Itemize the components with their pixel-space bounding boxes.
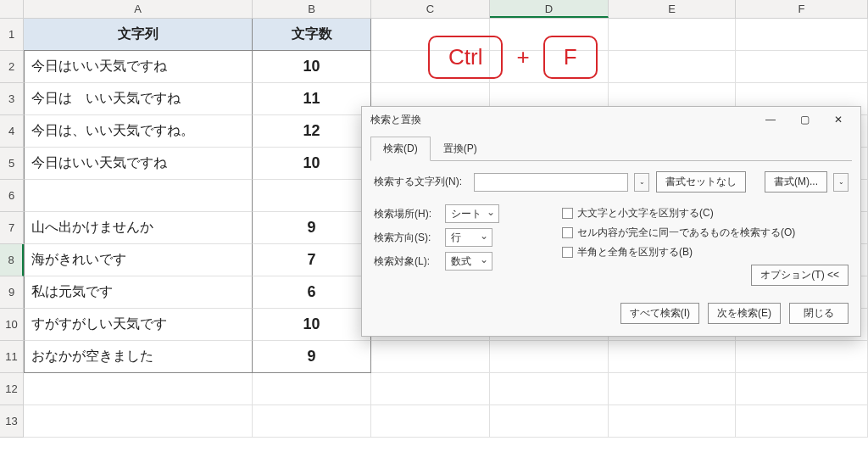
key-f: F [543,36,598,79]
minimize-button[interactable]: ― [754,108,787,131]
cell[interactable] [736,51,868,83]
dialog-tabs: 検索(D) 置換(P) [362,132,860,160]
cell[interactable]: 9 [253,212,371,244]
row-header[interactable]: 5 [0,148,24,180]
format-none-button[interactable]: 書式セットなし [656,171,746,193]
cell[interactable]: 9 [253,341,371,373]
cell[interactable]: 10 [253,148,371,180]
cell[interactable]: 私は元気です [24,276,253,309]
width-label: 半角と全角を区別する(B) [577,245,693,259]
row-header[interactable]: 2 [0,51,24,83]
dialog-titlebar[interactable]: 検索と置換 ― ▢ ✕ [362,107,860,132]
row-header[interactable]: 4 [0,115,24,148]
target-select[interactable]: 数式 [445,252,492,271]
column-header-f[interactable]: F [736,0,868,18]
cell[interactable]: おなかが空きました [24,341,253,373]
column-header-b[interactable]: B [253,0,371,18]
find-next-button[interactable]: 次を検索(E) [708,303,781,324]
row-header[interactable]: 13 [0,405,24,438]
row-header[interactable]: 12 [0,373,24,405]
cell[interactable] [736,373,868,405]
cell[interactable]: 10 [253,51,371,83]
column-header-a[interactable]: A [24,0,253,18]
cell[interactable] [253,405,371,438]
column-header-e[interactable]: E [609,0,736,18]
close-button[interactable]: 閉じる [789,303,849,324]
row-header[interactable]: 10 [0,309,24,341]
cell[interactable] [736,405,868,438]
row-header[interactable]: 11 [0,341,24,373]
cell[interactable] [371,341,490,373]
case-checkbox[interactable] [562,208,573,219]
cell[interactable]: 今日はいい天気ですね [24,148,253,180]
format-dropdown[interactable]: ⌄ [833,173,849,192]
dialog-title: 検索と置換 [370,113,754,127]
cell[interactable] [253,180,371,212]
column-headers-row: A B C D E F [0,0,868,19]
cell[interactable]: 7 [253,244,371,276]
cell[interactable]: 今日は いい天気ですね [24,83,253,115]
cell[interactable]: 12 [253,115,371,148]
cell[interactable] [490,373,609,405]
cell[interactable]: 今日は、いい天気ですね。 [24,115,253,148]
select-all-corner[interactable] [0,0,24,18]
row-header[interactable]: 6 [0,180,24,212]
cell[interactable] [371,405,490,438]
options-button[interactable]: オプション(T) << [751,265,849,286]
cell[interactable]: 11 [253,83,371,115]
maximize-button[interactable]: ▢ [787,108,821,131]
column-header-d[interactable]: D [490,0,609,18]
shortcut-annotation: Ctrl + F [428,36,598,79]
format-button[interactable]: 書式(M)... [765,171,827,193]
direction-select[interactable]: 行 [445,228,492,247]
cell[interactable] [736,19,868,51]
cell[interactable] [736,341,868,373]
tab-find[interactable]: 検索(D) [370,137,431,161]
find-replace-dialog: 検索と置換 ― ▢ ✕ 検索(D) 置換(P) 検索する文字列(N): ⌄ 書式… [361,106,861,337]
cell[interactable]: 文字列 [24,19,253,51]
cell[interactable]: すがすがしい天気です [24,309,253,341]
cell[interactable] [253,373,371,405]
row-header[interactable]: 8 [0,244,24,276]
plus-sign: + [516,44,529,70]
close-icon[interactable]: ✕ [821,108,855,131]
exact-checkbox[interactable] [562,227,573,238]
row-header[interactable]: 1 [0,19,24,51]
column-header-c[interactable]: C [371,0,490,18]
find-history-dropdown[interactable]: ⌄ [634,173,649,192]
case-label: 大文字と小文字を区別する(C) [577,206,714,220]
cell[interactable] [490,341,609,373]
cell[interactable]: 山へ出かけませんか [24,212,253,244]
cell[interactable]: 今日はいい天気ですね [24,51,253,83]
key-ctrl: Ctrl [428,36,503,79]
dialog-body: 検索する文字列(N): ⌄ 書式セットなし 書式(M)... ⌄ 検索場所(H)… [362,161,860,294]
find-all-button[interactable]: すべて検索(I) [620,303,699,324]
width-checkbox[interactable] [562,247,573,258]
cell[interactable]: 10 [253,309,371,341]
cell[interactable] [24,405,253,438]
cell[interactable] [371,373,490,405]
cell[interactable]: 6 [253,276,371,309]
cell[interactable] [609,341,736,373]
cell[interactable] [24,373,253,405]
scope-label: 検索場所(H): [374,207,440,221]
direction-label: 検索方向(S): [374,231,440,245]
cell[interactable]: 文字数 [253,19,371,51]
cell[interactable] [609,51,736,83]
find-label: 検索する文字列(N): [374,175,467,189]
cell[interactable] [24,180,253,212]
row-header[interactable]: 3 [0,83,24,115]
find-input[interactable] [474,173,628,192]
cell[interactable]: 海がきれいです [24,244,253,276]
tab-replace[interactable]: 置換(P) [431,137,490,161]
cell[interactable] [609,405,736,438]
cell[interactable] [609,373,736,405]
scope-select[interactable]: シート [445,204,499,223]
target-label: 検索対象(L): [374,254,440,269]
row-header[interactable]: 9 [0,276,24,309]
row-header[interactable]: 7 [0,212,24,244]
exact-label: セル内容が完全に同一であるものを検索する(O) [577,226,795,240]
cell[interactable] [609,19,736,51]
cell[interactable] [490,405,609,438]
dialog-footer: すべて検索(I) 次を検索(E) 閉じる [362,294,860,336]
